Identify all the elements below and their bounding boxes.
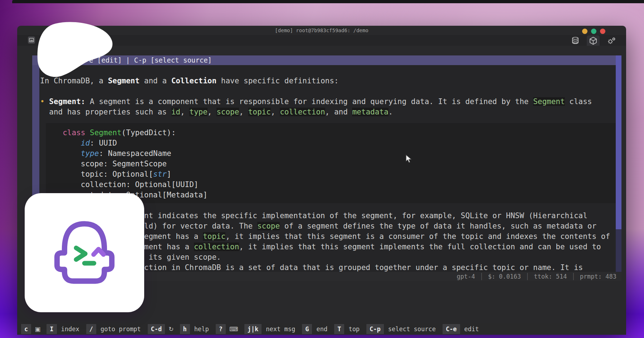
text-segment: topic [248, 108, 271, 116]
text-segment: , and [325, 108, 352, 116]
text-segment: , it implies that this segment implement… [239, 243, 601, 251]
footer-label[interactable]: goto prompt [96, 324, 145, 334]
traffic-lights [582, 29, 605, 34]
message-line: scope: SegmentScope [40, 159, 621, 169]
status-item: $: 0.0163 [488, 273, 521, 280]
footer-key[interactable]: / [86, 324, 96, 334]
robot-logo-card [25, 193, 144, 312]
message-line: class Segment(TypedDict): [40, 128, 621, 138]
text-segment: collection: Optional[UUID] [40, 180, 199, 189]
terminal-window-icon[interactable]: ▣ [31, 324, 43, 334]
scrollbar-thumb[interactable] [616, 55, 621, 229]
scrollbar-track[interactable] [616, 55, 621, 272]
text-segment: id [171, 108, 180, 116]
footer-key[interactable]: c [21, 324, 31, 334]
text-segment: : NamespacedName [99, 149, 171, 158]
footer-key[interactable]: C-e [443, 324, 460, 334]
white-blob-overlay [34, 20, 120, 82]
terminal-robot-icon [43, 211, 126, 294]
text-segment: . [389, 108, 393, 116]
text-segment: (TypedDict): [122, 128, 176, 137]
text-segment: Segment [90, 128, 122, 137]
footer-label[interactable]: index [57, 324, 83, 334]
text-segment: of a segment defines the type of data it… [280, 222, 596, 230]
footer-label[interactable]: top [344, 324, 363, 334]
message-line: • Segment: A segment is a component that… [40, 97, 621, 107]
text-segment [40, 139, 81, 147]
status-separator: │ [475, 273, 488, 280]
footer-key[interactable]: I [47, 324, 57, 334]
text-segment: str [153, 170, 167, 178]
status-separator: │ [521, 273, 534, 280]
text-segment: : UUID [90, 139, 117, 147]
text-segment: , it implies that this segment is a cons… [225, 232, 610, 241]
text-segment: ] [167, 170, 171, 178]
footer-key[interactable]: G [302, 324, 312, 334]
message-line: collection: Optional[UUID] [40, 180, 621, 190]
text-segment: metadata [352, 108, 388, 116]
text-segment: have specific definitions: [216, 77, 338, 85]
text-segment: scope [216, 108, 239, 116]
text-segment: , [271, 108, 280, 116]
message-line: and has properties such as id, type, sco… [40, 107, 621, 117]
minimize-button[interactable] [582, 29, 587, 34]
text-segment: collection [280, 108, 325, 116]
text-segment: A segment is a component that is respons… [85, 97, 533, 106]
keybinding-footer: c▣Iindex/goto promptC-d↻hhelp?⌨j|knext m… [17, 323, 626, 335]
close-button[interactable] [600, 29, 605, 34]
text-segment: scope: SegmentScope [40, 160, 167, 168]
message-line: In ChromaDB, a Segment and a Collection … [40, 76, 621, 86]
text-segment: scope [257, 222, 280, 230]
text-segment: id [81, 139, 90, 147]
text-segment: type [81, 149, 99, 158]
footer-label[interactable]: next msg [262, 324, 299, 334]
text-segment: and has properties such as [40, 108, 171, 116]
message-header-bar: C-e [edit] | C-p [select source] [32, 55, 621, 65]
keyboard-icon[interactable]: ⌨ [226, 324, 241, 334]
text-segment [40, 149, 81, 158]
background-window-edge [12, 0, 644, 3]
footer-key[interactable]: T [334, 324, 344, 334]
footer-key[interactable]: C-p [366, 324, 384, 334]
text-segment: topic [203, 232, 225, 241]
status-item: ttok: 514 [534, 273, 567, 280]
footer-key[interactable]: ? [216, 324, 226, 334]
footer-key[interactable]: j|k [244, 324, 262, 334]
message-line: id: UUID [40, 138, 621, 148]
text-segment: type [189, 108, 208, 116]
text-segment: class [63, 128, 90, 137]
footer-label[interactable]: edit [460, 324, 483, 334]
text-segment: • [40, 97, 49, 106]
text-segment: Collection [171, 77, 216, 85]
mouse-cursor [405, 155, 413, 165]
text-segment: , [239, 108, 248, 116]
zoom-button[interactable] [591, 29, 596, 34]
message-line [40, 117, 621, 128]
text-segment: Segment: [49, 97, 85, 106]
refresh-icon[interactable]: ↻ [165, 324, 176, 334]
status-separator: │ [567, 273, 580, 280]
desktop: [demo] root@7b983cf59ad6: /demo [0, 0, 644, 338]
text-segment: , [208, 108, 216, 116]
footer-key[interactable]: h [180, 324, 190, 334]
text-segment: collection [194, 243, 239, 251]
footer-label[interactable]: select source [384, 324, 439, 334]
message-line [40, 86, 621, 97]
status-item: gpt-4 [457, 273, 475, 280]
footer-label[interactable]: help [190, 324, 213, 334]
footer-key[interactable]: C-d [148, 324, 165, 334]
text-segment: and a [140, 77, 171, 85]
message-line: type: NamespacedName [40, 148, 621, 159]
footer-label[interactable]: end [312, 324, 331, 334]
text-segment: topic: Optional[ [40, 170, 153, 178]
text-segment [40, 128, 63, 137]
text-segment: class [565, 97, 592, 106]
message-line: topic: Optional[str] [40, 169, 621, 180]
status-item: prmpt: 483 [580, 273, 616, 280]
text-segment: , [180, 108, 189, 116]
text-segment: Segment [533, 97, 565, 106]
